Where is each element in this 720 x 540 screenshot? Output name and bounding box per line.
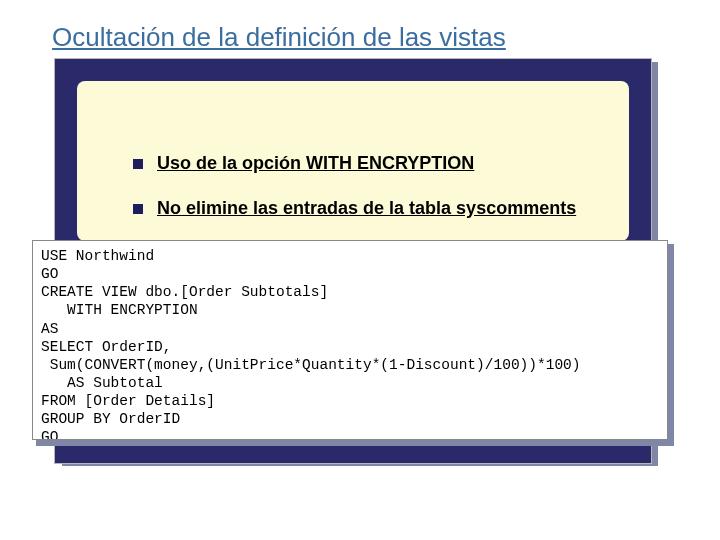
bullet-text: No elimine las entradas de la tabla sysc… xyxy=(157,198,576,219)
square-bullet-icon xyxy=(133,159,143,169)
list-item: Uso de la opción WITH ENCRYPTION xyxy=(133,153,599,174)
highlight-box: Uso de la opción WITH ENCRYPTION No elim… xyxy=(77,81,629,241)
list-item: No elimine las entradas de la tabla sysc… xyxy=(133,198,599,219)
bullet-text: Uso de la opción WITH ENCRYPTION xyxy=(157,153,474,174)
code-block: USE Northwind GO CREATE VIEW dbo.[Order … xyxy=(32,240,668,440)
slide-title: Ocultación de la definición de las vista… xyxy=(52,22,506,53)
square-bullet-icon xyxy=(133,204,143,214)
bullet-list: Uso de la opción WITH ENCRYPTION No elim… xyxy=(133,153,599,243)
